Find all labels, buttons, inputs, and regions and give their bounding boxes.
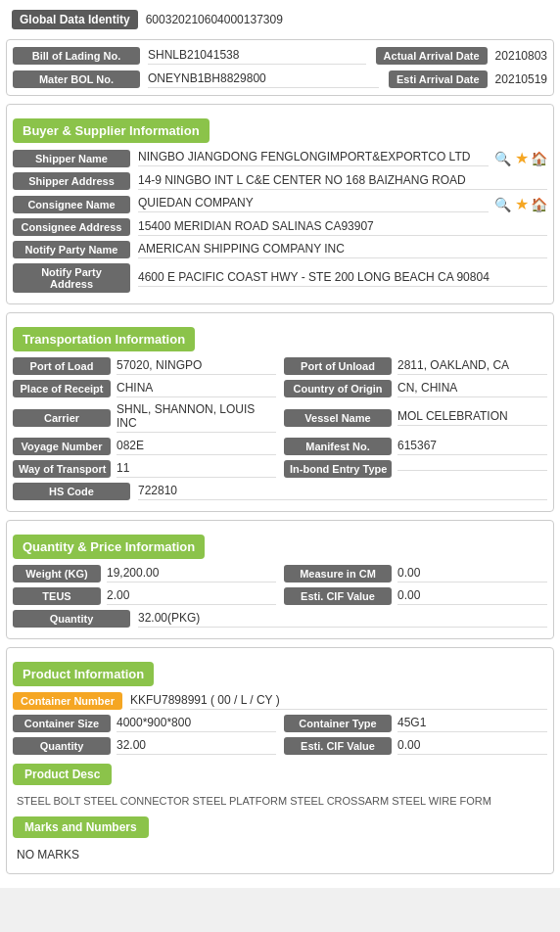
voyage-number-left: Voyage Number 082E (13, 438, 276, 455)
port-of-load-row: Port of Load 57020, NINGPO Port of Unloa… (13, 357, 547, 375)
home-icon[interactable]: 🏠 (531, 151, 547, 166)
mater-bol-row: Mater BOL No. ONEYNB1BH8829800 Esti Arri… (7, 68, 553, 91)
esti-arrival-label: Esti Arrival Date (389, 70, 488, 88)
product-quantity-left: Quantity 32.00 (13, 737, 276, 755)
consignee-name-icons: 🔍 ★ 🏠 (494, 195, 547, 213)
notify-party-address-label: Notify Party Address (13, 263, 130, 293)
search-icon[interactable]: 🔍 (494, 197, 511, 212)
product-esti-cif-label: Esti. CIF Value (284, 737, 392, 755)
actual-arrival-group: Actual Arrival Date 20210803 (376, 47, 547, 65)
manifest-no-value: 615367 (397, 439, 547, 455)
place-of-receipt-label: Place of Receipt (13, 380, 111, 397)
teus-label: TEUS (13, 587, 101, 605)
consignee-address-row: Consignee Address 15400 MERIDIAN ROAD SA… (13, 218, 547, 236)
vessel-name-label: Vessel Name (284, 409, 392, 427)
bill-of-lading-row: Bill of Lading No. SHNLB21041538 Actual … (7, 44, 553, 68)
product-esti-cif-value: 0.00 (397, 738, 547, 755)
bill-of-lading-label: Bill of Lading No. (13, 47, 140, 65)
shipper-address-value: 14-9 NINGBO INT L C&E CENTER NO 168 BAIZ… (138, 173, 547, 190)
bol-section: Bill of Lading No. SHNLB21041538 Actual … (6, 39, 554, 96)
esti-arrival-group: Esti Arrival Date 20210519 (389, 70, 547, 88)
star-icon[interactable]: ★ (515, 149, 529, 167)
search-icon[interactable]: 🔍 (494, 151, 511, 166)
quantity-value: 32.00(PKG) (138, 611, 547, 628)
product-quantity-row: Quantity 32.00 Esti. CIF Value 0.00 (13, 737, 547, 755)
vessel-name-value: MOL CELEBRATION (397, 409, 547, 426)
port-of-unload-right: Port of Unload 2811, OAKLAND, CA (284, 357, 547, 375)
marks-numbers-button[interactable]: Marks and Numbers (13, 816, 149, 838)
product-desc-text: STEEL BOLT STEEL CONNECTOR STEEL PLATFOR… (13, 793, 547, 809)
bill-of-lading-value: SHNLB21041538 (148, 48, 366, 65)
teus-row: TEUS 2.00 Esti. CIF Value 0.00 (13, 587, 547, 605)
consignee-name-value: QUIEDAN COMPANY (138, 196, 489, 212)
product-header: Product Information (13, 662, 154, 686)
voyage-number-row: Voyage Number 082E Manifest No. 615367 (13, 438, 547, 455)
buyer-supplier-section: Buyer & Supplier Information Shipper Nam… (6, 104, 554, 304)
global-data-identity-value: 600320210604000137309 (146, 13, 283, 26)
teus-value: 2.00 (107, 588, 276, 605)
shipper-address-row: Shipper Address 14-9 NINGBO INT L C&E CE… (13, 172, 547, 190)
container-number-value: KKFU7898991 ( 00 / L / CY ) (130, 693, 547, 710)
vessel-name-right: Vessel Name MOL CELEBRATION (284, 409, 547, 427)
shipper-name-icons: 🔍 ★ 🏠 (494, 149, 547, 167)
way-of-transport-value: 11 (117, 461, 276, 478)
product-desc-button[interactable]: Product Desc (13, 764, 112, 785)
container-size-label: Container Size (13, 715, 111, 732)
port-of-load-label: Port of Load (13, 357, 111, 375)
global-data-identity-label: Global Data Identity (12, 10, 138, 29)
shipper-address-label: Shipper Address (13, 172, 130, 190)
country-of-origin-value: CN, CHINA (397, 381, 547, 397)
in-bond-value (397, 468, 547, 471)
notify-party-name-label: Notify Party Name (13, 241, 130, 258)
port-of-load-value: 57020, NINGPO (117, 358, 276, 375)
port-of-load-left: Port of Load 57020, NINGPO (13, 357, 276, 375)
container-number-label: Container Number (13, 692, 122, 710)
home-icon[interactable]: 🏠 (531, 197, 547, 212)
consignee-address-label: Consignee Address (13, 218, 130, 236)
transportation-section: Transportation Information Port of Load … (6, 312, 554, 512)
carrier-value: SHNL, SHANNON, LOUIS INC (117, 402, 276, 433)
port-of-unload-value: 2811, OAKLAND, CA (397, 358, 547, 375)
shipper-name-row: Shipper Name NINGBO JIANGDONG FENGLONGIM… (13, 149, 547, 167)
voyage-number-label: Voyage Number (13, 438, 111, 455)
consignee-name-row: Consignee Name QUIEDAN COMPANY 🔍 ★ 🏠 (13, 195, 547, 213)
teus-left: TEUS 2.00 (13, 587, 276, 605)
container-size-left: Container Size 4000*900*800 (13, 715, 276, 732)
notify-party-name-value: AMERICAN SHIPPING COMPANY INC (138, 242, 547, 258)
esti-cif-right: Esti. CIF Value 0.00 (284, 587, 547, 605)
measure-cm-right: Measure in CM 0.00 (284, 565, 547, 582)
manifest-no-right: Manifest No. 615367 (284, 438, 547, 455)
measure-cm-value: 0.00 (397, 566, 547, 582)
hs-code-value: 722810 (138, 484, 547, 500)
actual-arrival-value: 20210803 (495, 49, 547, 63)
manifest-no-label: Manifest No. (284, 438, 392, 455)
actual-arrival-label: Actual Arrival Date (376, 47, 488, 65)
country-of-origin-label: Country of Origin (284, 380, 392, 397)
container-type-value: 45G1 (397, 716, 547, 732)
star-icon[interactable]: ★ (515, 195, 529, 213)
product-quantity-label: Quantity (13, 737, 111, 755)
container-type-right: Container Type 45G1 (284, 715, 547, 732)
buyer-supplier-header: Buyer & Supplier Information (13, 118, 210, 143)
quantity-price-header: Quantity & Price Information (13, 535, 205, 559)
global-data-identity-row: Global Data Identity 6003202106040001373… (6, 6, 554, 33)
product-esti-cif-right: Esti. CIF Value 0.00 (284, 737, 547, 755)
mater-bol-value: ONEYNB1BH8829800 (148, 71, 379, 88)
carrier-label: Carrier (13, 409, 111, 427)
weight-row: Weight (KG) 19,200.00 Measure in CM 0.00 (13, 565, 547, 582)
way-of-transport-label: Way of Transport (13, 460, 111, 478)
consignee-name-label: Consignee Name (13, 196, 130, 213)
notify-party-address-value: 4600 E PACIFIC COAST HWY - STE 200 LONG … (138, 270, 547, 287)
place-of-receipt-value: CHINA (117, 381, 276, 397)
hs-code-row: HS Code 722810 (13, 483, 547, 500)
transportation-header: Transportation Information (13, 327, 195, 351)
container-size-value: 4000*900*800 (117, 716, 276, 732)
hs-code-label: HS Code (13, 483, 130, 500)
place-of-receipt-row: Place of Receipt CHINA Country of Origin… (13, 380, 547, 397)
voyage-number-value: 082E (117, 439, 276, 455)
consignee-address-value: 15400 MERIDIAN ROAD SALINAS CA93907 (138, 219, 547, 236)
carrier-row: Carrier SHNL, SHANNON, LOUIS INC Vessel … (13, 402, 547, 433)
place-of-receipt-left: Place of Receipt CHINA (13, 380, 276, 397)
way-of-transport-left: Way of Transport 11 (13, 460, 276, 478)
product-section: Product Information Container Number KKF… (6, 647, 554, 874)
